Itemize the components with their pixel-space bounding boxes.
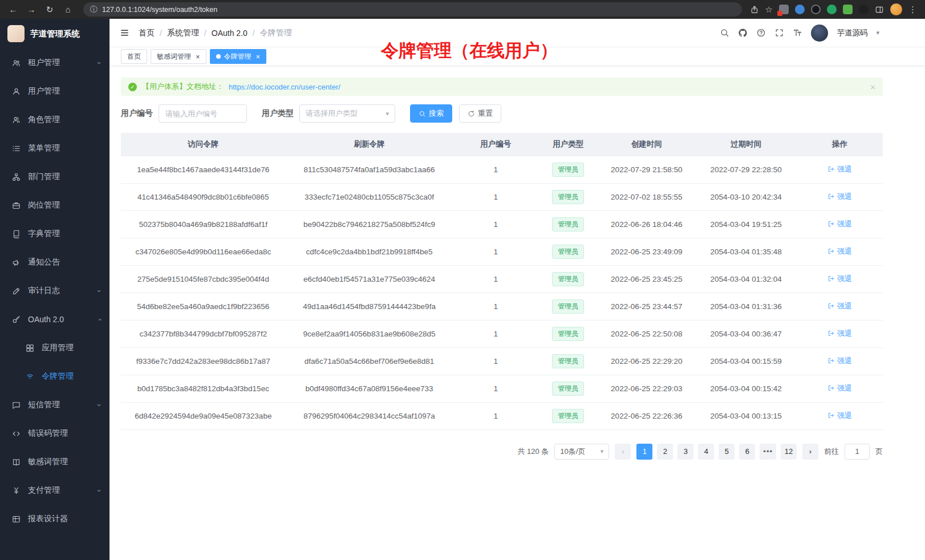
prev-page-button[interactable]: ‹	[615, 444, 631, 460]
sidebar-item-部门管理[interactable]: 部门管理	[0, 163, 109, 191]
close-icon[interactable]: ×	[196, 53, 200, 60]
extension-icon[interactable]	[859, 5, 869, 14]
browser-profile-avatar[interactable]	[890, 3, 902, 15]
tab-敏感词管理[interactable]: 敏感词管理×	[151, 49, 206, 64]
search-icon[interactable]	[720, 28, 729, 38]
sidebar-item-错误码管理[interactable]: 错误码管理	[0, 419, 109, 448]
user-id-input[interactable]	[159, 104, 247, 123]
goto-page-input[interactable]	[845, 444, 870, 460]
user-type-label: 用户类型	[262, 108, 294, 119]
table-row: c347026e805e4d99b0d116eae66eda8ccdfc4ce9…	[121, 238, 883, 265]
share-icon[interactable]	[750, 5, 759, 14]
sidebar-item-字典管理[interactable]: 字典管理	[0, 220, 109, 248]
expire-time-cell: 2054-03-04 00:13:15	[695, 402, 797, 429]
user-type-select[interactable]: 请选择用户类型 ▾	[299, 104, 395, 123]
sidebar-item-租户管理[interactable]: 租户管理›	[0, 48, 109, 77]
caret-down-icon[interactable]: ▾	[876, 29, 879, 36]
sidebar-item-敏感词管理[interactable]: 敏感词管理	[0, 448, 109, 476]
user-id-cell: 1	[453, 320, 538, 347]
extension-icon[interactable]	[795, 5, 805, 14]
pager-page-4[interactable]: 4	[698, 444, 714, 460]
pager-page-12[interactable]: 12	[781, 444, 797, 460]
extension-icon[interactable]	[843, 5, 853, 14]
sidebar-item-令牌管理[interactable]: 令牌管理	[0, 362, 109, 391]
page-size-select[interactable]: 10条/页 ▾	[554, 444, 609, 460]
forward-icon[interactable]: →	[24, 2, 39, 17]
user-type-badge: 管理员	[552, 354, 584, 368]
reload-icon[interactable]: ↻	[42, 2, 57, 17]
github-icon[interactable]	[738, 28, 748, 38]
force-logout-button[interactable]: 强退	[827, 411, 852, 421]
app-logo[interactable]: 芋道管理系统	[0, 19, 109, 48]
breadcrumb-separator: /	[204, 29, 206, 38]
collapse-menu-icon[interactable]	[120, 28, 129, 38]
fullscreen-icon[interactable]	[774, 28, 784, 38]
expire-time-cell: 2054-03-04 01:35:48	[695, 238, 797, 265]
browser-toolbar: ← → ↻ ⌂ ⓘ 127.0.0.1:1024/system/oauth2/t…	[0, 0, 925, 19]
force-logout-button[interactable]: 强退	[827, 274, 852, 284]
sidebar-item-OAuth 2.0[interactable]: OAuth 2.0›	[0, 305, 109, 334]
search-icon	[419, 110, 426, 117]
close-icon[interactable]: ×	[256, 53, 261, 60]
extension-icon[interactable]	[827, 5, 837, 14]
sidebar-item-应用管理[interactable]: 应用管理	[0, 334, 109, 362]
browser-menu-icon[interactable]: ⋮	[908, 5, 917, 15]
site-info-icon[interactable]: ⓘ	[90, 5, 98, 15]
pager-page-1[interactable]: 1	[636, 444, 652, 460]
back-icon[interactable]: ←	[6, 2, 21, 17]
force-logout-button[interactable]: 强退	[827, 356, 852, 366]
force-logout-button[interactable]: 强退	[827, 192, 852, 202]
force-logout-button[interactable]: 强退	[827, 383, 852, 393]
search-button[interactable]: 搜索	[410, 104, 452, 123]
refresh-token-cell: e6cfd40eb1f54571a31e775e039c4624	[286, 265, 453, 293]
sidebar-item-审计日志[interactable]: 审计日志›	[0, 277, 109, 305]
created-time-cell: 2022-06-25 23:45:25	[598, 265, 695, 293]
sidebar-item-菜单管理[interactable]: 菜单管理	[0, 134, 109, 163]
force-logout-button[interactable]: 强退	[827, 301, 852, 311]
pager-page-2[interactable]: 2	[657, 444, 673, 460]
breadcrumb-item[interactable]: 首页	[139, 28, 155, 38]
sidebar-item-用户管理[interactable]: 用户管理	[0, 77, 109, 105]
home-icon[interactable]: ⌂	[60, 2, 75, 17]
sidebar-item-支付管理[interactable]: 支付管理›	[0, 476, 109, 505]
sidebar-item-岗位管理[interactable]: 岗位管理	[0, 191, 109, 220]
force-logout-button[interactable]: 强退	[827, 328, 852, 339]
table-row: 54d6be82ee5a460a9aedc1f9bf22365649d1aa46…	[121, 293, 883, 320]
reset-button[interactable]: 重置	[459, 104, 501, 123]
expire-time-cell: 2054-03-04 00:15:59	[695, 347, 797, 375]
breadcrumb-item[interactable]: OAuth 2.0	[212, 29, 248, 38]
help-icon[interactable]	[756, 28, 766, 38]
user-name[interactable]: 芋道源码	[837, 28, 867, 38]
sidebar-item-通知公告[interactable]: 通知公告	[0, 248, 109, 277]
pager-page-3[interactable]: 3	[677, 444, 693, 460]
pager-more-button[interactable]: •••	[760, 444, 776, 460]
user-avatar[interactable]	[811, 25, 828, 42]
app-icon	[25, 343, 34, 352]
sidebar-item-短信管理[interactable]: 短信管理›	[0, 391, 109, 419]
pager-page-6[interactable]: 6	[739, 444, 755, 460]
address-bar[interactable]: ⓘ 127.0.0.1:1024/system/oauth2/token	[83, 2, 742, 17]
access-token-cell: 54d6be82ee5a460a9aedc1f9bf223656	[121, 293, 286, 320]
sidebar-item-角色管理[interactable]: 角色管理	[0, 105, 109, 134]
extension-icon[interactable]	[779, 5, 789, 14]
split-view-icon[interactable]	[875, 5, 884, 14]
font-size-icon[interactable]	[793, 28, 802, 38]
tab-首页[interactable]: 首页	[121, 49, 147, 64]
sidebar-item-报表设计器[interactable]: 报表设计器	[0, 505, 109, 533]
force-logout-button[interactable]: 强退	[827, 246, 852, 257]
user-type-badge: 管理员	[552, 217, 584, 232]
bookmark-star-icon[interactable]: ☆	[765, 5, 773, 15]
next-page-button[interactable]: ›	[802, 444, 818, 460]
refresh-token-cell: b0df4980ffd34c67a08f9156e4eee733	[286, 375, 453, 402]
breadcrumb-item[interactable]: 系统管理	[167, 28, 199, 38]
expire-time-cell: 2054-03-04 00:36:47	[695, 320, 797, 347]
tab-令牌管理[interactable]: 令牌管理×	[210, 49, 267, 64]
pager-page-5[interactable]: 5	[719, 444, 735, 460]
pagination: 共 120 条 10条/页 ▾ ‹ 123456•••12 › 前往 页	[121, 444, 883, 460]
force-logout-button[interactable]: 强退	[827, 219, 852, 229]
column-header: 用户编号	[453, 133, 538, 156]
force-logout-button[interactable]: 强退	[827, 164, 852, 175]
alert-link[interactable]: https://doc.iocoder.cn/user-center/	[229, 83, 340, 91]
extension-icon[interactable]	[811, 5, 821, 14]
alert-close-icon[interactable]: ×	[870, 82, 875, 92]
